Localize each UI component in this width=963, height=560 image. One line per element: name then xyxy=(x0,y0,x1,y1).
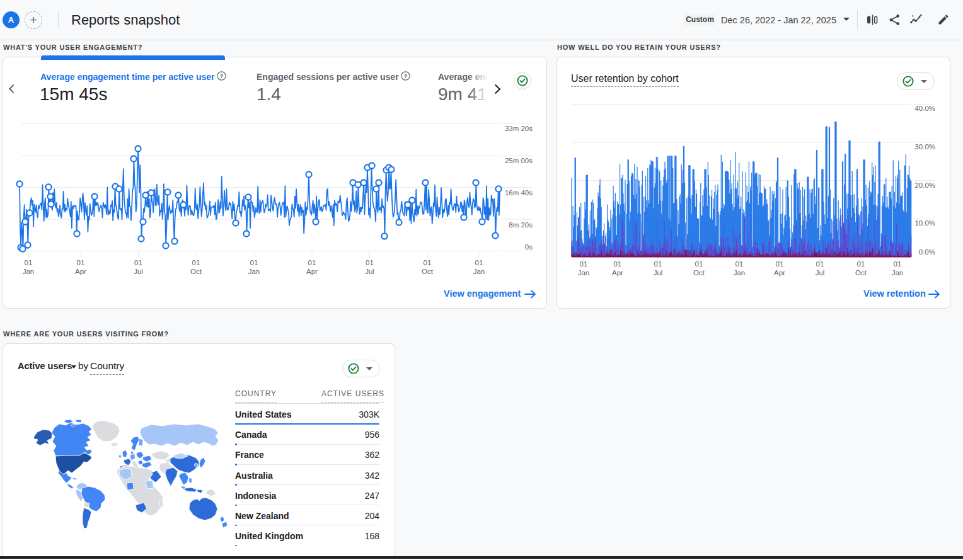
svg-text:Apr: Apr xyxy=(75,268,86,275)
svg-text:Apr: Apr xyxy=(306,268,318,275)
svg-text:Jan: Jan xyxy=(734,269,746,277)
svg-text:01: 01 xyxy=(654,260,662,268)
svg-text:01: 01 xyxy=(816,260,824,268)
svg-text:25m 00s: 25m 00s xyxy=(505,157,533,164)
svg-text:Oct: Oct xyxy=(190,268,202,275)
svg-text:01: 01 xyxy=(894,260,902,268)
svg-text:01: 01 xyxy=(424,259,432,266)
svg-text:01: 01 xyxy=(735,260,744,268)
svg-text:01: 01 xyxy=(77,259,85,266)
svg-text:33m 20s: 33m 20s xyxy=(505,125,533,132)
svg-text:Jan: Jan xyxy=(23,268,35,275)
svg-text:01: 01 xyxy=(308,259,316,266)
svg-text:Jul: Jul xyxy=(816,269,825,277)
svg-text:Oct: Oct xyxy=(422,268,434,275)
svg-text:Jul: Jul xyxy=(654,269,663,277)
svg-text:Jul: Jul xyxy=(134,268,143,275)
svg-text:01: 01 xyxy=(25,259,33,266)
svg-text:Jan: Jan xyxy=(473,268,485,275)
svg-text:Oct: Oct xyxy=(855,269,867,277)
svg-text:Jul: Jul xyxy=(365,268,374,275)
svg-text:40.0%: 40.0% xyxy=(914,105,935,112)
svg-text:01: 01 xyxy=(192,259,200,266)
svg-text:0.0%: 0.0% xyxy=(919,248,935,256)
svg-text:01: 01 xyxy=(695,260,703,268)
svg-text:?: ? xyxy=(404,73,408,79)
svg-text:16m 40s: 16m 40s xyxy=(505,189,533,197)
svg-text:01: 01 xyxy=(250,259,258,266)
svg-text:Apr: Apr xyxy=(774,269,785,277)
svg-text:8m 20s: 8m 20s xyxy=(509,221,533,229)
svg-text:01: 01 xyxy=(366,259,374,266)
svg-text:01: 01 xyxy=(614,260,622,268)
svg-text:20.0%: 20.0% xyxy=(914,181,935,189)
svg-text:Apr: Apr xyxy=(612,269,623,277)
svg-text:Jan: Jan xyxy=(578,269,590,277)
svg-text:01: 01 xyxy=(776,260,784,268)
svg-text:Jan: Jan xyxy=(892,269,904,277)
svg-text:10.0%: 10.0% xyxy=(914,219,935,227)
svg-text:0s: 0s xyxy=(525,243,533,251)
svg-text:01: 01 xyxy=(475,259,483,266)
svg-text:30.0%: 30.0% xyxy=(914,143,935,151)
svg-text:Jan: Jan xyxy=(248,268,260,275)
svg-text:?: ? xyxy=(220,73,224,79)
svg-text:01: 01 xyxy=(857,260,865,268)
svg-text:Oct: Oct xyxy=(693,269,705,277)
svg-text:01: 01 xyxy=(580,260,588,268)
svg-text:01: 01 xyxy=(134,259,142,266)
